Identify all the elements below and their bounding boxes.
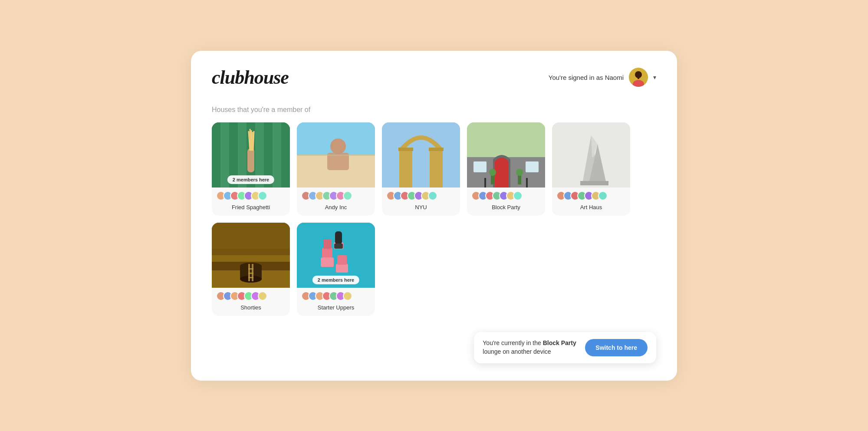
house-image-block-party [467,122,545,188]
member-avatars-art-haus [556,191,626,201]
house-illustration-nyu [382,122,460,188]
svg-rect-61 [322,248,332,257]
chevron-down-icon: ▾ [653,74,656,81]
svg-rect-27 [430,148,443,188]
svg-rect-48 [212,223,290,249]
switch-to-here-button[interactable]: Switch to here [585,339,648,356]
svg-point-53 [240,276,262,283]
svg-rect-41 [526,178,528,188]
svg-rect-13 [281,122,290,188]
house-card-andy-inc[interactable]: Andy Inc [297,122,375,216]
svg-line-19 [253,131,254,151]
house-illustration-andy-inc [297,122,375,188]
house-name-andy-inc: Andy Inc [301,204,371,211]
svg-rect-57 [248,273,253,274]
svg-rect-25 [382,122,460,188]
svg-rect-56 [248,268,253,270]
user-info[interactable]: You're signed in as Naomi ▾ [549,68,656,87]
notification-house-name: Block Party [543,339,576,346]
mini-avatar [513,191,523,201]
svg-rect-45 [580,181,608,185]
signed-in-text: You're signed in as Naomi [549,74,624,81]
svg-rect-40 [484,178,486,188]
svg-point-37 [489,169,496,176]
svg-point-39 [516,169,523,176]
svg-rect-34 [473,161,487,172]
bottom-notification: You're currently in the Block Party loun… [474,332,656,363]
svg-rect-58 [248,277,253,278]
member-avatars-fried-spaghetti [216,191,286,201]
houses-row-2: Shorties [212,223,656,316]
member-avatars-nyu [386,191,456,201]
svg-rect-5 [212,122,220,188]
house-image-fried-spaghetti: 2 members here [212,122,290,188]
house-image-shorties [212,223,290,288]
svg-rect-66 [335,231,342,244]
house-image-nyu [382,122,460,188]
houses-grid: 2 members here Fried Spaghetti [212,122,656,316]
mini-avatar [258,191,267,201]
house-illustration-shorties [212,223,290,288]
main-card: clubhouse You're signed in as Naomi ▾ Ho… [191,51,677,381]
house-card-starter-uppers[interactable]: 2 members here Starter Uppers [297,223,375,316]
house-name-nyu: NYU [386,204,456,211]
house-info-art-haus: Art Haus [552,188,630,216]
svg-rect-28 [398,148,413,151]
mini-avatar [258,291,267,301]
svg-rect-64 [337,255,347,265]
houses-row-1: 2 members here Fried Spaghetti [212,122,656,216]
house-illustration-block-party [467,122,545,188]
svg-rect-26 [399,148,412,188]
svg-rect-60 [321,257,334,267]
mini-avatar [343,191,352,201]
house-name-shorties: Shorties [216,304,286,311]
member-avatars-block-party [471,191,541,201]
house-card-fried-spaghetti[interactable]: 2 members here Fried Spaghetti [212,122,290,216]
avatar[interactable] [629,68,648,87]
house-image-starter-uppers: 2 members here [297,223,375,288]
mini-avatar [428,191,437,201]
mini-avatar [598,191,608,201]
house-info-starter-uppers: Starter Uppers [297,288,375,316]
house-card-art-haus[interactable]: Art Haus [552,122,630,216]
app-logo: clubhouse [212,66,289,89]
house-name-art-haus: Art Haus [556,204,626,211]
house-card-shorties[interactable]: Shorties [212,223,290,316]
svg-rect-29 [429,148,444,151]
member-avatars-shorties [216,291,286,301]
svg-rect-67 [334,243,343,249]
members-badge-starter-uppers: 2 members here [312,276,359,284]
header: clubhouse You're signed in as Naomi ▾ [212,66,656,89]
section-title: Houses that you're a member of [212,106,656,114]
member-avatars-starter-uppers [301,291,371,301]
house-name-fried-spaghetti: Fried Spaghetti [216,204,286,211]
notification-text: You're currently in the Block Party loun… [483,339,578,356]
house-info-fried-spaghetti: Fried Spaghetti [212,188,290,216]
house-image-art-haus [552,122,630,188]
house-card-nyu[interactable]: NYU [382,122,460,216]
house-illustration-art-haus [552,122,630,188]
notification-text-after: lounge on another device [483,348,551,355]
house-info-nyu: NYU [382,188,460,216]
svg-rect-30 [467,122,545,157]
svg-rect-62 [323,239,331,249]
svg-rect-14 [247,148,254,172]
house-name-starter-uppers: Starter Uppers [301,304,371,311]
house-info-shorties: Shorties [212,288,290,316]
house-info-andy-inc: Andy Inc [297,188,375,216]
svg-rect-33 [495,161,509,188]
members-badge-fried-spaghetti: 2 members here [227,175,274,184]
svg-rect-63 [336,264,348,273]
svg-rect-49 [212,249,290,255]
svg-rect-35 [526,161,539,172]
svg-rect-24 [297,155,375,156]
house-image-andy-inc [297,122,375,188]
svg-point-22 [330,138,346,154]
house-info-block-party: Block Party [467,188,545,216]
svg-rect-3 [638,76,639,79]
house-card-block-party[interactable]: Block Party [467,122,545,216]
member-avatars-andy-inc [301,191,371,201]
notification-text-before: You're currently in the [483,339,542,346]
mini-avatar [343,291,352,301]
house-name-block-party: Block Party [471,204,541,211]
